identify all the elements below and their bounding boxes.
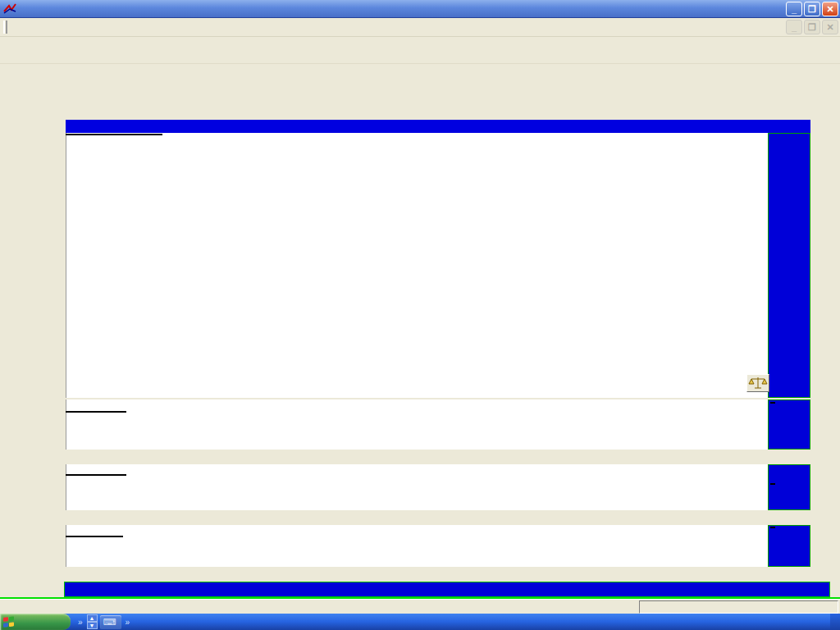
chart-header — [66, 120, 810, 133]
main-chart[interactable] — [66, 133, 768, 398]
start-button[interactable] — [0, 614, 71, 630]
page-info — [639, 600, 838, 614]
taskbar-scroll[interactable]: ▲▼ — [87, 614, 98, 629]
time-axis — [64, 582, 830, 597]
advanced-get-app: { "window": {"title": "Advanced GET for … — [0, 0, 840, 630]
price-info-box — [66, 134, 162, 135]
windows-flag-icon — [3, 616, 15, 627]
minimize-button[interactable]: _ — [786, 2, 802, 16]
cycles-scale — [768, 525, 810, 567]
status-bar — [0, 599, 840, 614]
main-toolbar — [0, 37, 840, 64]
menu-bar: _ ❐ ✕ — [0, 18, 840, 37]
indicator-tabs-row-2 — [64, 510, 810, 525]
indicator-toolbar — [0, 64, 840, 90]
indicator-tabs-row-3 — [64, 567, 810, 582]
volume-panel[interactable] — [66, 399, 768, 450]
app-logo-icon — [3, 3, 16, 15]
mdi-window-buttons: _ ❐ ✕ — [786, 20, 840, 34]
menu-grip — [3, 21, 7, 34]
system-tray — [830, 614, 840, 630]
taskbar: » ▲▼ ⌨ » — [0, 614, 840, 630]
cycles-panel[interactable] — [66, 525, 768, 567]
price-scale[interactable] — [768, 133, 810, 398]
volume-scale — [768, 399, 810, 450]
title-bar: _ ❐ ✕ — [0, 0, 840, 18]
scales-icon[interactable] — [746, 374, 769, 392]
task-mycomputer[interactable]: ⌨ — [100, 615, 122, 629]
indicator-tabs-row-1 — [64, 450, 810, 464]
restore-button[interactable]: ❐ — [804, 2, 820, 16]
adx-scale — [768, 464, 810, 510]
tray-chevron-icon[interactable]: » — [125, 618, 130, 627]
adx-dmi-panel[interactable] — [66, 464, 768, 510]
close-button[interactable]: ✕ — [822, 2, 838, 16]
chevron-icon[interactable]: » — [78, 618, 83, 627]
workspace — [0, 115, 840, 597]
timeframe-toolbar — [0, 90, 840, 115]
